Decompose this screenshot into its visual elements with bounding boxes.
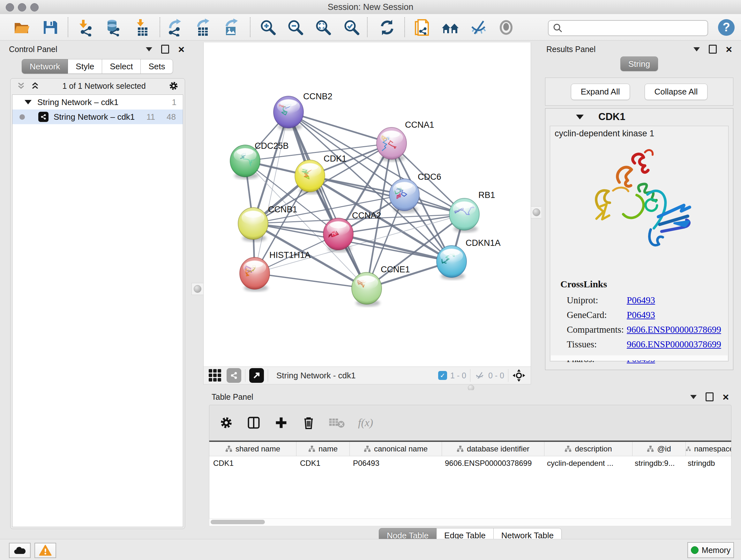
svg-text:?: ? <box>723 20 730 34</box>
network-view-canvas[interactable]: CCNB2CCNA1CDC25BCDK1CDC6RB1CCNB1CCNA2CDK… <box>203 43 531 367</box>
selected-checkbox-icon[interactable]: ✓ <box>438 371 447 380</box>
network-node-CCNA1[interactable] <box>377 127 407 159</box>
panel-menu-icon[interactable] <box>690 395 697 399</box>
search-input[interactable] <box>563 22 708 34</box>
tab-style[interactable]: Style <box>68 59 102 74</box>
delete-trash-icon[interactable] <box>301 415 316 430</box>
zoom-out-button[interactable] <box>286 18 305 37</box>
close-panel-icon[interactable]: × <box>726 46 732 52</box>
crosslink-link[interactable]: 9606.ENSP00000378699 <box>627 324 721 335</box>
column-type-icon <box>564 445 571 452</box>
left-splitter-handle[interactable] <box>192 283 204 295</box>
tab-network[interactable]: Network <box>22 59 68 74</box>
network-node-RB1[interactable] <box>449 198 479 230</box>
results-scrollbar-track[interactable] <box>551 355 728 361</box>
zoom-in-button[interactable] <box>259 18 278 37</box>
expand-all-icon[interactable] <box>30 81 40 91</box>
network-row-selected[interactable]: String Network – cdk1 11 48 <box>12 110 183 124</box>
hide-panel-button[interactable] <box>469 18 488 37</box>
add-column-plus-icon[interactable] <box>274 415 288 430</box>
table-cell[interactable]: CDK1 <box>296 456 349 470</box>
network-node-CDKN1A[interactable] <box>436 246 467 277</box>
warning-button[interactable] <box>35 543 56 558</box>
column-header-name[interactable]: name <box>296 442 350 456</box>
float-panel-icon[interactable] <box>705 392 714 401</box>
network-edge[interactable] <box>255 273 367 288</box>
collection-expander-icon[interactable] <box>24 100 31 105</box>
column-header-shared-name[interactable]: shared name <box>209 442 296 456</box>
open-in-new-window-button[interactable] <box>249 368 264 383</box>
collapse-all-button[interactable]: Collapse All <box>645 84 708 100</box>
panel-menu-icon[interactable] <box>693 47 700 51</box>
expand-all-button[interactable]: Expand All <box>571 84 630 100</box>
table-cell[interactable]: CDK1 <box>209 456 296 470</box>
network-options-gear-icon[interactable] <box>168 80 179 91</box>
import-string-network-button[interactable] <box>412 18 431 37</box>
network-edge[interactable] <box>288 112 392 143</box>
network-node-CCNA2[interactable] <box>323 218 353 250</box>
table-cell[interactable]: 9606.ENSP00000378699 <box>441 456 543 470</box>
cloud-button[interactable] <box>9 543 30 558</box>
help-button[interactable]: ? <box>717 18 736 37</box>
table-scrollbar-thumb[interactable] <box>211 520 265 524</box>
network-graph[interactable]: CCNB2CCNA1CDC25BCDK1CDC6RB1CCNB1CCNA2CDK… <box>204 43 531 367</box>
table-cell[interactable]: cyclin-dependent ... <box>543 456 631 470</box>
panel-menu-icon[interactable] <box>146 47 152 51</box>
column-header-description[interactable]: description <box>544 442 632 456</box>
crosslink-link[interactable]: P06493 <box>627 295 655 306</box>
zoom-fit-button[interactable] <box>314 18 333 37</box>
gene-expander-icon[interactable] <box>576 115 584 119</box>
table-cell[interactable]: P06493 <box>349 456 441 470</box>
title-bar: Session: New Session <box>0 0 741 14</box>
network-node-HIST1H1A[interactable] <box>240 257 270 289</box>
import-network-database-button[interactable] <box>104 18 123 37</box>
tab-string[interactable]: String <box>620 57 658 71</box>
zoom-selected-button[interactable] <box>342 18 361 37</box>
float-panel-icon[interactable] <box>161 45 169 54</box>
table-row[interactable]: CDK1CDK1P064939606.ENSP00000378699cyclin… <box>209 456 731 470</box>
table-cell[interactable]: stringdb:9... <box>631 456 684 470</box>
import-table-button[interactable] <box>133 18 152 37</box>
show-panel-button[interactable] <box>496 18 516 37</box>
network-edge[interactable] <box>288 112 367 288</box>
right-splitter-handle[interactable] <box>530 206 542 219</box>
collapse-all-icon[interactable] <box>16 81 26 91</box>
column-header-canonical-name[interactable]: canonical name <box>350 442 442 456</box>
node-label-CCNA2: CCNA2 <box>352 211 381 220</box>
table-options-gear-icon[interactable] <box>219 415 233 430</box>
memory-button[interactable]: Memory <box>687 542 734 558</box>
save-session-button[interactable] <box>41 18 60 37</box>
tab-select[interactable]: Select <box>102 59 141 74</box>
export-network-button[interactable] <box>165 18 185 37</box>
network-collection-row[interactable]: String Network – cdk1 1 <box>12 95 183 110</box>
network-edge[interactable] <box>255 112 288 273</box>
gray-eye-icon <box>497 18 515 37</box>
table-scrollbar-track[interactable] <box>209 518 731 526</box>
network-node-CDC6[interactable] <box>389 179 419 211</box>
column-header-namespace[interactable]: namespace <box>686 442 731 456</box>
export-image-button[interactable] <box>221 18 241 37</box>
network-view-type-button[interactable] <box>226 368 241 383</box>
column-header-@id[interactable]: @id <box>632 442 686 456</box>
network-node-CCNE1[interactable] <box>352 272 382 304</box>
string-home-button[interactable] <box>441 18 460 37</box>
birds-eye-view-icon[interactable] <box>512 369 526 382</box>
tab-sets[interactable]: Sets <box>141 59 173 74</box>
close-panel-icon[interactable]: × <box>723 394 729 400</box>
network-node-CCNB1[interactable] <box>238 207 268 240</box>
refresh-button[interactable] <box>378 18 397 37</box>
show-columns-icon[interactable] <box>246 415 261 430</box>
network-node-CDK1[interactable] <box>295 160 325 192</box>
close-panel-icon[interactable]: × <box>178 46 185 52</box>
crosslink-link[interactable]: 9606.ENSP00000378699 <box>627 339 721 350</box>
grid-view-button[interactable] <box>208 368 222 382</box>
crosslink-label: Tissues: <box>567 339 627 350</box>
crosslink-link[interactable]: P06493 <box>627 310 655 320</box>
import-network-file-button[interactable] <box>77 18 96 37</box>
open-session-button[interactable] <box>12 18 31 37</box>
export-table-button[interactable] <box>194 18 213 37</box>
network-node-CCNB2[interactable] <box>273 96 304 128</box>
column-header-database-identifier[interactable]: database identifier <box>442 442 544 456</box>
float-panel-icon[interactable] <box>709 45 717 54</box>
table-cell[interactable]: stringdb <box>684 456 731 470</box>
